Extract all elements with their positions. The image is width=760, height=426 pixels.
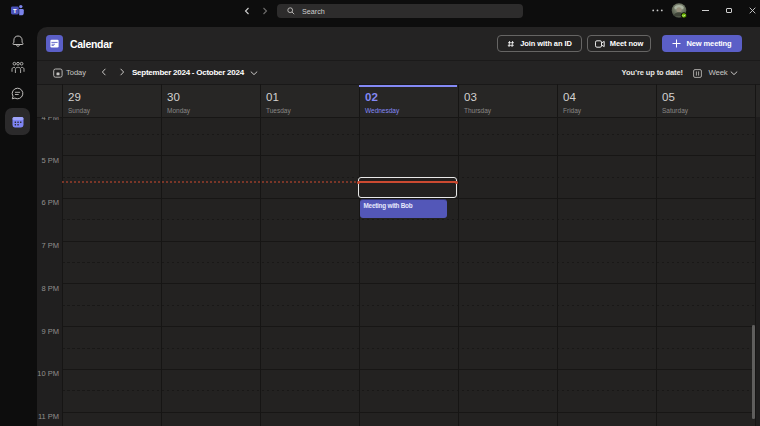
svg-text:T: T <box>13 8 17 14</box>
